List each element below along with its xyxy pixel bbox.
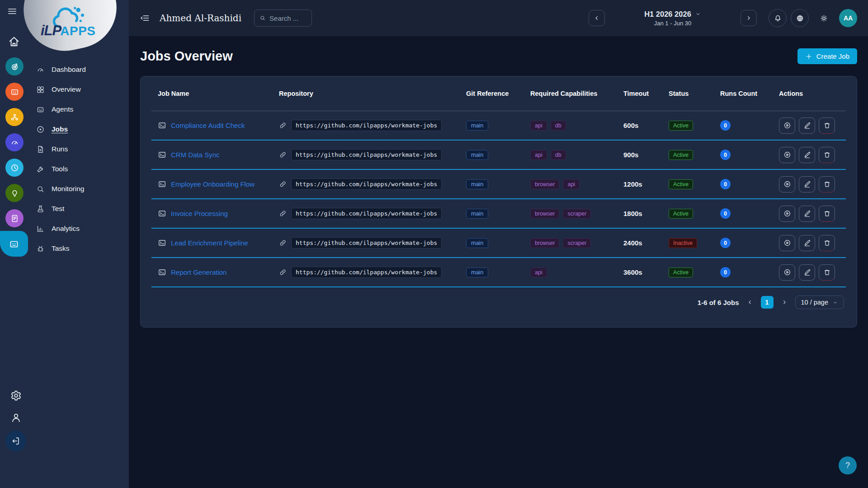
document-icon[interactable] [5, 209, 24, 227]
lightbulb-icon[interactable] [5, 184, 24, 202]
main-content: Jobs Overview Create Job Job Name Reposi… [129, 36, 868, 488]
git-ref-badge: main [466, 267, 488, 277]
app-logo: iLP APPS [41, 23, 95, 39]
notifications-bell-icon[interactable] [769, 9, 787, 27]
git-ref-badge: main [466, 150, 488, 160]
sidebar-item-label: Jobs [52, 125, 68, 133]
sidebar-item-monitoring[interactable]: Monitoring [36, 179, 124, 199]
terminal-icon [158, 209, 166, 218]
delete-job-button[interactable] [819, 117, 835, 134]
language-globe-icon[interactable] [791, 9, 809, 27]
terminal-icon [158, 121, 166, 130]
edit-job-button[interactable] [799, 117, 815, 134]
collapse-sidebar-icon[interactable] [140, 13, 151, 23]
target-icon[interactable] [5, 57, 24, 75]
sidebar-item-agents[interactable]: Agents [36, 99, 124, 119]
run-job-button[interactable] [779, 176, 795, 192]
link-icon [279, 122, 287, 129]
run-job-button[interactable] [779, 206, 795, 222]
sidebar-item-tasks[interactable]: Tasks [36, 239, 124, 258]
sidebar-item-analytics[interactable]: Analytics [36, 219, 124, 239]
link-icon [279, 239, 287, 247]
sidebar-item-label: Runs [52, 145, 68, 153]
logout-icon[interactable] [5, 431, 26, 451]
delete-job-button[interactable] [819, 206, 835, 222]
job-name-link[interactable]: CRM Data Sync [171, 151, 220, 159]
repository-url: https://github.com/ilpapps/workmate-jobs [291, 120, 442, 131]
job-name-link[interactable]: Compliance Audit Check [171, 122, 245, 129]
home-icon[interactable] [8, 35, 20, 48]
delete-job-button[interactable] [819, 235, 835, 251]
run-job-button[interactable] [779, 264, 795, 281]
job-name-link[interactable]: Employee Onboarding Flow [171, 180, 255, 188]
user-avatar[interactable]: AA [839, 9, 857, 27]
sidebar: iLP APPS DashboardOverviewAgentsJobsRuns… [0, 0, 129, 488]
help-button[interactable]: ? [839, 456, 857, 474]
active-rail-item[interactable] [0, 231, 28, 257]
runs-count-badge: 0 [720, 150, 731, 160]
column-header-runs-count: Runs Count [714, 90, 773, 97]
run-job-button[interactable] [779, 147, 795, 163]
job-name-link[interactable]: Invoice Processing [171, 210, 228, 217]
capability-badge: api [530, 121, 547, 131]
column-header-job-name: Job Name [151, 90, 273, 97]
pagination-next-icon[interactable] [781, 299, 788, 306]
pagination-summary: 1-6 of 6 Jobs [698, 299, 739, 306]
git-reference-cell: main [460, 209, 524, 219]
profile-person-icon[interactable] [7, 408, 25, 427]
play-circle-icon [36, 125, 45, 134]
status-badge: Active [669, 179, 693, 189]
timeout-value: 900s [617, 151, 662, 159]
actions-cell [773, 235, 846, 251]
sidebar-item-dashboard[interactable]: Dashboard [36, 60, 124, 80]
gauge-icon [36, 66, 45, 74]
sidebar-menu-icon[interactable] [7, 6, 18, 17]
theme-sun-icon[interactable] [815, 9, 833, 27]
robot-icon[interactable] [5, 83, 24, 101]
capabilities-cell: browserapi [524, 179, 617, 189]
delete-job-button[interactable] [819, 176, 835, 192]
repository-url: https://github.com/ilpapps/workmate-jobs [291, 208, 442, 219]
edit-job-button[interactable] [799, 264, 815, 281]
search-input[interactable] [269, 14, 307, 22]
git-ref-badge: main [466, 121, 488, 131]
settings-gear-icon[interactable] [7, 386, 25, 404]
edit-job-button[interactable] [799, 206, 815, 222]
sidebar-item-jobs[interactable]: Jobs [36, 119, 124, 139]
sidebar-item-label: Monitoring [52, 185, 84, 193]
search-box[interactable] [254, 9, 312, 27]
edit-job-button[interactable] [799, 147, 815, 163]
repository-cell: https://github.com/ilpapps/workmate-jobs [273, 237, 460, 249]
job-name-link[interactable]: Report Generation [171, 268, 226, 276]
previous-period-button[interactable] [589, 10, 605, 26]
delete-job-button[interactable] [819, 264, 835, 281]
capability-badge: browser [530, 179, 559, 189]
clock-icon[interactable] [5, 159, 24, 177]
capability-badge: db [551, 150, 566, 160]
edit-job-button[interactable] [799, 235, 815, 251]
page-size-select[interactable]: 10 / page [795, 296, 844, 309]
gauge-icon[interactable] [5, 133, 24, 151]
next-period-button[interactable] [741, 10, 757, 26]
run-job-button[interactable] [779, 117, 795, 134]
sidebar-item-tools[interactable]: Tools [36, 159, 124, 179]
period-selector[interactable]: H1 2026 2026 Jan 1 - Jun 30 [605, 10, 741, 27]
delete-job-button[interactable] [819, 147, 835, 163]
table-body: Compliance Audit Checkhttps://github.com… [151, 111, 846, 287]
sidebar-item-overview[interactable]: Overview [36, 80, 124, 99]
capability-badge: api [530, 150, 547, 160]
pagination-page-1[interactable]: 1 [761, 296, 774, 309]
job-name-cell: Invoice Processing [151, 209, 273, 218]
sidebar-item-runs[interactable]: Runs [36, 139, 124, 159]
share-icon[interactable] [5, 108, 24, 126]
sidebar-item-test[interactable]: Test [36, 199, 124, 219]
edit-job-button[interactable] [799, 176, 815, 192]
pagination-prev-icon[interactable] [746, 299, 754, 306]
link-icon [279, 210, 287, 217]
timeout-value: 1200s [617, 180, 662, 188]
job-name-link[interactable]: Lead Enrichment Pipeline [171, 239, 248, 247]
create-job-button[interactable]: Create Job [797, 48, 857, 64]
run-job-button[interactable] [779, 235, 795, 251]
jobs-table-card: Job Name Repository Git Reference Requir… [140, 76, 857, 328]
terminal-icon [158, 150, 166, 159]
